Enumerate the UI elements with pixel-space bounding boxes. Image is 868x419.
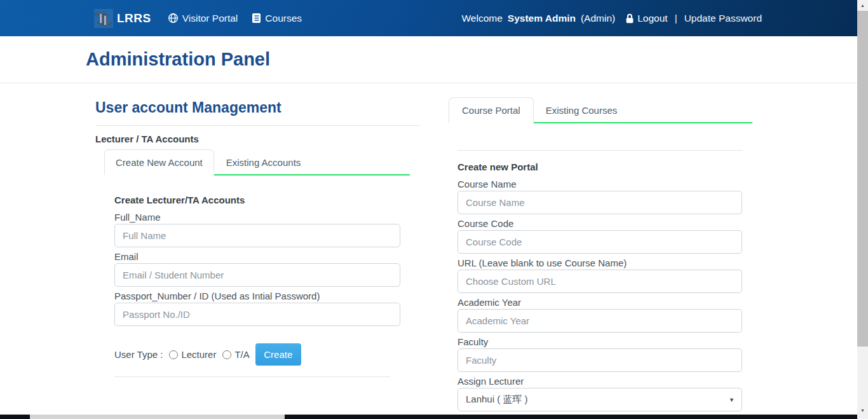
url-label: URL (Leave blank to use Course Name)	[458, 257, 742, 270]
email-label: Email	[114, 251, 400, 263]
create-portal-form-title: Create new Portal	[458, 161, 742, 172]
passport-label: Passport_Number / ID (Used as Intial Pas…	[114, 290, 400, 303]
radio-lecturer-label: Lecturer	[181, 349, 216, 360]
create-button[interactable]: Create	[255, 343, 301, 366]
tab-course-portal[interactable]: Course Portal	[449, 97, 534, 123]
create-account-form: Create Lecturer/TA Accounts Full_Name Em…	[114, 195, 400, 377]
field-course-name: Course Name	[458, 178, 742, 214]
course-tabs: Course Portal Existing Courses	[449, 97, 752, 123]
user-account-panel: User account Management Lecturer / TA Ac…	[95, 99, 419, 377]
url-input[interactable]	[458, 270, 742, 293]
nav-visitor-portal-label: Visitor Portal	[182, 13, 238, 24]
email-input[interactable]	[114, 263, 400, 287]
nav-courses-label: Courses	[265, 13, 302, 24]
academic-year-input[interactable]	[458, 309, 742, 333]
nav-courses[interactable]: Courses	[252, 13, 302, 24]
lock-icon	[625, 13, 634, 24]
create-portal-form: Create new Portal Course Name Course Cod…	[458, 150, 742, 419]
page-title: Administration Panel	[86, 49, 270, 70]
vertical-scrollbar[interactable]: ▲ ▼	[857, 0, 868, 419]
navbar-left: T L LRRS Visitor Portal	[94, 9, 302, 28]
book-icon	[252, 13, 261, 24]
navbar-right: Welcome System Admin (Admin) Logout | Up…	[462, 13, 762, 24]
course-name-label: Course Name	[458, 178, 742, 191]
lecturer-ta-section-title: Lecturer / TA Accounts	[95, 134, 419, 144]
field-course-code: Course Code	[458, 217, 742, 254]
account-tabs: Create New Account Existing Accounts	[104, 149, 410, 175]
course-code-label: Course Code	[458, 217, 742, 230]
course-name-input[interactable]	[458, 191, 742, 214]
field-full-name: Full_Name	[114, 211, 400, 247]
svg-text:L: L	[102, 11, 112, 28]
faculty-input[interactable]	[458, 348, 742, 372]
tab-create-new-account[interactable]: Create New Account	[104, 149, 214, 175]
full-name-label: Full_Name	[114, 211, 400, 224]
scroll-up-icon[interactable]: ▲	[857, 1, 868, 10]
field-url: URL (Leave blank to use Course Name)	[458, 257, 742, 293]
chevron-down-icon: ▼	[729, 397, 735, 403]
top-navbar: T L LRRS Visitor Portal	[0, 0, 857, 36]
globe-icon	[168, 13, 179, 24]
tab-existing-accounts[interactable]: Existing Accounts	[214, 149, 313, 175]
divider	[458, 150, 742, 151]
divider	[114, 376, 390, 377]
scroll-down-icon[interactable]: ▼	[857, 406, 868, 415]
academic-year-label: Academic Year	[458, 296, 742, 309]
assign-lecturer-label: Assign Lecturer	[458, 375, 742, 388]
logout-link[interactable]: Logout	[625, 13, 667, 24]
field-assign-lecturer: Assign Lecturer Lanhui ( 蓝珲 ) ▼	[458, 375, 742, 411]
vertical-scrollbar-thumb[interactable]	[857, 11, 868, 347]
welcome-text: Welcome System Admin (Admin)	[462, 13, 616, 24]
nav-visitor-portal[interactable]: Visitor Portal	[168, 13, 238, 24]
update-password-link[interactable]: Update Password	[684, 13, 762, 24]
lrrs-logo-icon[interactable]: T L	[94, 9, 113, 28]
create-account-form-title: Create Lecturer/TA Accounts	[114, 195, 400, 205]
user-type-label: User Type :	[114, 349, 163, 360]
welcome-prefix: Welcome	[462, 13, 503, 24]
faculty-label: Faculty	[458, 336, 742, 348]
radio-ta[interactable]	[222, 350, 231, 359]
assign-lecturer-select[interactable]: Lanhui ( 蓝珲 ) ▼	[458, 388, 742, 411]
radio-lecturer[interactable]	[169, 350, 178, 359]
course-code-input[interactable]	[458, 230, 742, 254]
field-email: Email	[114, 251, 400, 287]
radio-ta-label: T/A	[234, 349, 249, 360]
assign-lecturer-selected-value: Lanhui ( 蓝珲 )	[466, 394, 528, 406]
horizontal-scrollbar[interactable]	[0, 415, 857, 419]
field-faculty: Faculty	[458, 336, 742, 372]
field-academic-year: Academic Year	[458, 296, 742, 333]
passport-input[interactable]	[114, 303, 400, 326]
user-name: System Admin	[508, 13, 576, 24]
field-passport: Passport_Number / ID (Used as Intial Pas…	[114, 290, 400, 326]
user-account-heading: User account Management	[95, 99, 419, 116]
user-role: (Admin)	[581, 13, 615, 24]
course-portal-panel: Course Portal Existing Courses Create ne…	[449, 97, 752, 419]
logout-label: Logout	[637, 13, 667, 24]
horizontal-scrollbar-thumb[interactable]	[30, 415, 285, 419]
brand-title[interactable]: LRRS	[117, 11, 151, 25]
page-title-band: Administration Panel	[0, 36, 857, 83]
tab-existing-courses[interactable]: Existing Courses	[534, 97, 630, 123]
nav-divider: |	[675, 13, 677, 24]
full-name-input[interactable]	[114, 224, 400, 247]
user-type-row: User Type : Lecturer T/A Create	[114, 343, 400, 366]
divider	[95, 125, 419, 126]
